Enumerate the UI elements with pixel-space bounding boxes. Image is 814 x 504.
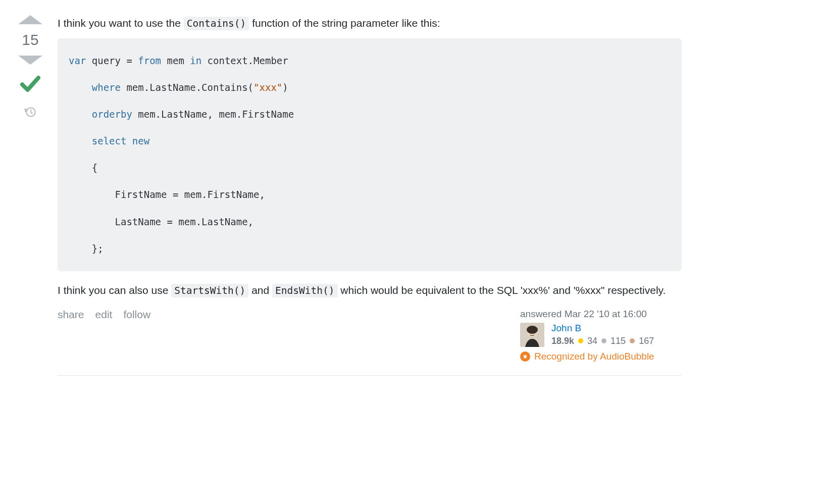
code-token: orderby bbox=[69, 109, 132, 120]
label: answered bbox=[520, 309, 565, 319]
text: which would be equivalent to the SQL 'xx… bbox=[338, 284, 666, 296]
code-token: = bbox=[126, 55, 132, 66]
code-token: select bbox=[69, 135, 126, 146]
svg-point-4 bbox=[530, 331, 531, 333]
divider bbox=[58, 375, 682, 376]
recognized-badge[interactable]: Recognized by AudioBubble bbox=[520, 351, 654, 362]
text: function of the string parameter like th… bbox=[249, 17, 440, 29]
code-token: where bbox=[69, 82, 121, 93]
action-row: share edit follow answered Mar 22 '10 at… bbox=[58, 309, 682, 362]
text: and bbox=[248, 284, 272, 296]
reputation-line: 18.9k 34 115 167 bbox=[551, 336, 654, 346]
user-card: answered Mar 22 '10 at 16:00 bbox=[520, 309, 682, 362]
downvote-button[interactable] bbox=[18, 56, 42, 65]
timeline-icon[interactable] bbox=[24, 106, 37, 121]
code-token: mem.LastName.Contains( bbox=[121, 82, 253, 93]
code-token: LastName = mem.LastName, bbox=[69, 216, 253, 227]
answer-paragraph-2: I think you can also use StartsWith() an… bbox=[58, 282, 682, 298]
user-row: John B 18.9k 34 115 167 bbox=[520, 323, 654, 347]
code-block: var query = from mem in context.Member w… bbox=[58, 38, 682, 272]
code-token: in bbox=[190, 55, 201, 66]
bronze-badge-count: 167 bbox=[639, 336, 654, 346]
gold-badge-count: 34 bbox=[587, 336, 597, 346]
upvote-button[interactable] bbox=[18, 15, 42, 24]
svg-point-5 bbox=[534, 331, 535, 333]
post-actions: share edit follow bbox=[58, 309, 150, 321]
vote-score: 15 bbox=[22, 31, 38, 48]
reputation: 18.9k bbox=[551, 336, 574, 346]
inline-code: StartsWith() bbox=[171, 284, 248, 297]
inline-code: EndsWith() bbox=[272, 284, 338, 297]
username-link[interactable]: John B bbox=[551, 323, 654, 334]
follow-link[interactable]: follow bbox=[123, 309, 150, 321]
svg-point-3 bbox=[527, 326, 538, 334]
answer-body: I think you want to use the Contains() f… bbox=[58, 15, 682, 381]
code-token: ) bbox=[282, 82, 288, 93]
code-token: query bbox=[86, 55, 126, 66]
answer-container: 15 I think you want to use the Contains(… bbox=[15, 15, 682, 381]
code-token: mem bbox=[161, 55, 190, 66]
code-token: }; bbox=[69, 243, 104, 254]
inline-code: Contains() bbox=[184, 17, 249, 30]
code-token: mem.LastName, mem.FirstName bbox=[132, 109, 294, 120]
answered-time: answered Mar 22 '10 at 16:00 bbox=[520, 309, 647, 320]
code-token: FirstName = mem.FirstName, bbox=[69, 189, 265, 200]
vote-column: 15 bbox=[15, 15, 45, 381]
text: I think you want to use the bbox=[58, 17, 184, 29]
code-token: { bbox=[69, 162, 97, 173]
code-token: from bbox=[132, 55, 161, 66]
recognized-text: Recognized by AudioBubble bbox=[534, 351, 654, 362]
silver-badge-count: 115 bbox=[610, 336, 626, 346]
user-info: John B 18.9k 34 115 167 bbox=[551, 323, 654, 346]
code-token: var bbox=[69, 55, 86, 66]
accepted-check-icon bbox=[18, 72, 42, 98]
code-token: new bbox=[126, 135, 149, 146]
edit-link[interactable]: edit bbox=[95, 309, 113, 321]
answer-paragraph-1: I think you want to use the Contains() f… bbox=[58, 15, 682, 31]
share-link[interactable]: share bbox=[58, 309, 84, 321]
text: I think you can also use bbox=[58, 284, 171, 296]
silver-badge-icon bbox=[601, 338, 606, 343]
timestamp: Mar 22 '10 at 16:00 bbox=[565, 309, 647, 319]
avatar[interactable] bbox=[520, 323, 544, 347]
gold-badge-icon bbox=[578, 338, 583, 343]
star-badge-icon bbox=[520, 351, 530, 362]
code-token: context.Member bbox=[201, 55, 288, 66]
code-token: "xxx" bbox=[253, 82, 282, 93]
bronze-badge-icon bbox=[630, 338, 635, 343]
